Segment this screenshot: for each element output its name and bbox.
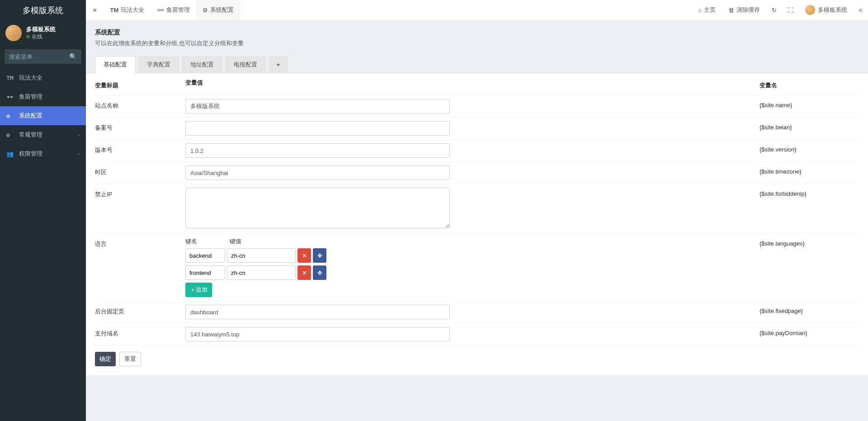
version-input[interactable]: [185, 143, 450, 158]
tab-fish[interactable]: 👓鱼苗管理: [151, 0, 196, 20]
sidebar-item-fish[interactable]: 👓鱼苗管理: [0, 87, 86, 106]
sidebar-item-permission[interactable]: 👥权限管理: [0, 144, 86, 163]
sidebar-item-play[interactable]: TM玩法大全: [0, 68, 86, 87]
lang-key-input[interactable]: [185, 248, 225, 263]
avatar: [5, 25, 22, 41]
beian-input[interactable]: [185, 121, 450, 136]
user-menu[interactable]: 多模板系统: [799, 0, 854, 20]
brand-title: 多模版系统: [0, 0, 86, 20]
sidebar-item-label: 常规管理: [19, 131, 42, 139]
sidebar-item-system-config[interactable]: 系统配置: [0, 106, 86, 125]
page-title: 系统配置: [95, 28, 859, 37]
col-header-var: 变量名: [760, 79, 859, 90]
config-panel: 变量标题 变量值 变量名 站点名称 {$site.name} 备案号 {$sit…: [86, 73, 868, 375]
table-header: 变量标题 变量值 变量名: [95, 73, 859, 95]
tab-dict[interactable]: 字典配置: [138, 56, 179, 73]
chevron-left-icon: [78, 132, 80, 137]
fullscreen-button[interactable]: [782, 0, 799, 20]
timezone-input[interactable]: [185, 166, 450, 180]
user-status: 在线: [26, 33, 56, 41]
row-site-name: 站点名称 {$site.name}: [95, 95, 859, 118]
chevron-left-icon: [78, 151, 80, 156]
content-header: 系统配置 可以在此增改系统的变量和分组,也可以自定义分组和变量: [86, 20, 868, 52]
col-header-label: 变量标题: [95, 79, 185, 90]
lang-key-input[interactable]: [185, 265, 225, 280]
row-timezone: 时区 {$site.timezone}: [95, 162, 859, 184]
append-button[interactable]: 追加: [185, 283, 212, 297]
users-icon: 👥: [6, 151, 15, 157]
fixedpage-input[interactable]: [185, 305, 450, 319]
kv-row: [185, 265, 750, 280]
field-label: 时区: [95, 166, 185, 176]
sidebar-item-label: 系统配置: [19, 112, 42, 120]
row-version: 版本号 {$site.version}: [95, 140, 859, 162]
move-icon: [317, 252, 322, 259]
user-name: 多模板系统: [26, 26, 56, 33]
remove-row-button[interactable]: [297, 248, 311, 263]
paydomain-input[interactable]: [185, 327, 450, 341]
status-dot-icon: [26, 35, 30, 38]
field-var: {$site.fixedpage}: [760, 305, 859, 314]
field-var: {$site.timezone}: [760, 166, 859, 175]
sidebar-item-label: 权限管理: [19, 150, 42, 158]
lang-val-input[interactable]: [227, 248, 296, 263]
home-icon: [698, 7, 702, 14]
search-icon[interactable]: [69, 53, 77, 60]
col-header-value: 变量值: [185, 79, 760, 90]
field-label: 备案号: [95, 121, 185, 132]
tab-play[interactable]: TM玩法大全: [104, 0, 151, 20]
home-link[interactable]: 主页: [692, 0, 722, 20]
avatar: [805, 5, 815, 15]
restore-button[interactable]: [766, 0, 782, 20]
move-icon: [317, 270, 322, 276]
tab-telegram[interactable]: 电报配置: [225, 56, 266, 73]
gear-icon: [6, 113, 15, 119]
clear-cache-button[interactable]: 清除缓存: [722, 0, 766, 20]
move-row-button[interactable]: [313, 265, 326, 280]
form-footer: 确定 重置: [95, 345, 859, 366]
tab-add[interactable]: [269, 56, 288, 73]
user-panel: 多模板系统 在线: [0, 20, 86, 46]
restore-icon: [772, 7, 777, 14]
tm-icon: TM: [6, 75, 15, 81]
sidebar-item-label: 鱼苗管理: [19, 93, 42, 101]
field-var: {$site.forbiddenip}: [760, 188, 859, 197]
field-label: 支付域名: [95, 327, 185, 338]
goggles-icon: 👓: [6, 94, 15, 100]
submit-button[interactable]: 确定: [95, 352, 116, 366]
goggles-icon: 👓: [157, 7, 164, 14]
lang-val-input[interactable]: [227, 265, 296, 280]
close-icon: [302, 270, 307, 276]
gear-icon: [203, 7, 208, 14]
trash-icon: [728, 7, 734, 14]
main-wrapper: 系统配置 可以在此增改系统的变量和分组,也可以自定义分组和变量 基础配置 字典配…: [86, 0, 868, 375]
sidebar-menu: TM玩法大全 👓鱼苗管理 系统配置 ⚙ 常规管理 👥权限管理: [0, 68, 86, 163]
expand-icon: [788, 7, 793, 14]
site-name-input[interactable]: [185, 99, 450, 114]
tab-basic[interactable]: 基础配置: [95, 56, 136, 73]
forbiddenip-textarea[interactable]: [185, 188, 450, 228]
field-label: 版本号: [95, 143, 185, 154]
row-forbiddenip: 禁止IP {$site.forbiddenip}: [95, 184, 859, 234]
config-tabs: 基础配置 字典配置 地址配置 电报配置: [86, 56, 868, 73]
field-var: {$site.version}: [760, 143, 859, 153]
sidebar-toggle-button[interactable]: [86, 0, 104, 20]
field-var: {$site.beian}: [760, 121, 859, 131]
plus-icon: [190, 286, 196, 294]
move-row-button[interactable]: [313, 248, 326, 263]
kv-row: [185, 248, 750, 263]
tab-system-config[interactable]: 系统配置: [196, 0, 240, 20]
remove-row-button[interactable]: [297, 265, 311, 280]
field-label: 语言: [95, 237, 185, 248]
field-var: {$site.name}: [760, 99, 859, 109]
tab-address[interactable]: 地址配置: [182, 56, 222, 73]
reset-button[interactable]: 重置: [119, 352, 141, 366]
sidebar: 多模版系统 多模板系统 在线 TM玩法大全 👓鱼苗管理 系统配置 ⚙ 常规管理 …: [0, 0, 86, 384]
sidebar-item-label: 玩法大全: [19, 74, 42, 82]
row-beian: 备案号 {$site.beian}: [95, 118, 859, 140]
sidebar-item-general[interactable]: ⚙ 常规管理: [0, 125, 86, 144]
close-icon: [302, 252, 307, 259]
sidebar-search: [5, 49, 81, 64]
external-link-button[interactable]: [854, 0, 868, 20]
bars-icon: [93, 7, 97, 14]
